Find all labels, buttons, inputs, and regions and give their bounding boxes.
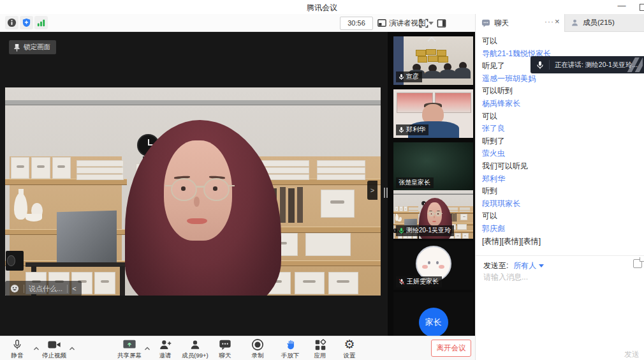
settings-button[interactable]: ⚙ 设置: [330, 338, 369, 360]
stop-video-label: 停止视频: [42, 352, 66, 360]
divider: [476, 255, 644, 256]
meeting-window: 腾讯会议 — 30:56 演讲者视图: [0, 0, 644, 360]
chat-sender: 遥感一班胡美妈: [482, 73, 638, 86]
tab-chat-label: 聊天: [494, 19, 509, 28]
raised-hand-icon: [284, 338, 296, 351]
participant-name-badge: 测绘20-1吴亚玲: [396, 225, 454, 236]
record-icon: [251, 338, 264, 351]
mic-muted-icon: [399, 278, 405, 285]
avatar: 家长: [419, 308, 448, 336]
control-bar: 静音 停止视频 共享屏幕 邀请: [0, 336, 475, 360]
send-to-value: 所有人: [513, 260, 536, 271]
thumbnail-participant[interactable]: 郑利华: [393, 89, 473, 138]
quick-reaction-bar[interactable]: 说点什么... <: [5, 281, 82, 296]
stop-video-button[interactable]: 停止视频: [34, 338, 74, 360]
apps-label: 应用: [314, 352, 326, 360]
panel-tabs: 聊天 ··· × 成员(215): [476, 14, 644, 32]
collapse-left-icon[interactable]: <: [72, 285, 76, 292]
members-icon: [571, 19, 579, 27]
thumbnail-active-speaker[interactable]: 测绘20-1吴亚玲: [393, 190, 473, 239]
mic-speaking-icon: [399, 227, 404, 234]
tab-chat[interactable]: 聊天 ··· ×: [476, 14, 564, 32]
collapse-strip-button[interactable]: [425, 34, 439, 43]
security-button[interactable]: [20, 16, 33, 29]
participant-name: 宣彦: [406, 72, 419, 81]
chat-sender: 郭庆彪: [482, 223, 638, 236]
pin-view-button[interactable]: 锁定画面: [9, 40, 56, 54]
chat-message: 可以: [482, 35, 638, 48]
send-to-selector[interactable]: 所有人: [513, 260, 544, 271]
video-options-caret[interactable]: [70, 341, 75, 353]
tab-members-label: 成员(215): [583, 18, 615, 27]
expand-panel-handle[interactable]: >: [367, 181, 377, 200]
chat-bubble-icon: [481, 19, 490, 27]
shield-icon: [22, 18, 31, 27]
chat-sender: 段琪琪家长: [482, 198, 638, 211]
send-to-label: 发送至:: [483, 260, 508, 271]
speaking-toast-text: 正在讲话: 测绘20-1吴亚玲...: [555, 61, 638, 70]
participant-name: 王妍雯家长: [407, 277, 439, 286]
apps-icon: [314, 339, 326, 351]
share-screen-icon: [122, 338, 136, 351]
mute-button[interactable]: 静音: [0, 338, 37, 360]
chat-message: 可以: [482, 110, 638, 123]
chat-message: 我们可以听见: [482, 160, 638, 173]
speaker-video: [5, 87, 381, 296]
pin-view-label: 锁定画面: [24, 43, 50, 52]
participant-name: 测绘20-1吴亚玲: [406, 226, 451, 235]
chevron-down-icon: [539, 264, 544, 267]
send-button[interactable]: 发送: [624, 349, 644, 360]
minimize-button[interactable]: —: [616, 0, 627, 13]
chat-label: 聊天: [219, 352, 231, 360]
chevron-down-icon: [428, 22, 434, 25]
side-panel-button[interactable]: [436, 18, 446, 28]
close-icon[interactable]: ×: [555, 17, 560, 26]
strip-resize-handle[interactable]: [384, 188, 388, 198]
thumbnail-participant[interactable]: 王妍雯家长: [393, 241, 473, 290]
camera-prop: [6, 251, 24, 271]
meeting-toolbar: 30:56 演讲者视图: [0, 14, 475, 32]
participant-name-badge: 张楚皇家长: [396, 177, 434, 188]
maximize-button[interactable]: [640, 4, 644, 11]
participant-name-badge: 郑利华: [396, 124, 428, 135]
lower-hand-label: 手放下: [281, 352, 300, 360]
invite-label: 邀请: [159, 352, 172, 360]
chat-input[interactable]: [482, 272, 631, 282]
app-title: 腾讯会议: [307, 3, 337, 13]
participant-name-badge: 王妍雯家长: [396, 276, 442, 287]
info-icon: [7, 18, 17, 27]
microphone-icon: [11, 338, 23, 351]
share-screen-button[interactable]: 共享屏幕: [110, 338, 149, 360]
record-label: 录制: [252, 352, 264, 360]
fullscreen-icon: [419, 19, 428, 28]
chat-message: 可以: [482, 210, 638, 223]
network-status-button[interactable]: [34, 16, 48, 29]
participant-name: 郑利华: [406, 125, 425, 134]
mute-label: 静音: [11, 352, 24, 360]
participant-thumbnail-strip: 宣彦 郑利华 张楚皇家长: [388, 32, 475, 336]
side-panel-icon: [437, 19, 446, 28]
toast-decoration: [626, 57, 643, 72]
more-options-icon[interactable]: ···: [545, 17, 554, 26]
pin-icon: [13, 43, 20, 52]
fullscreen-button[interactable]: [418, 18, 428, 28]
quick-reaction-placeholder: 说点什么...: [29, 284, 62, 294]
mic-on-icon: [399, 73, 404, 80]
mic-icon: [536, 61, 544, 70]
speaking-toast: 正在讲话: 测绘20-1吴亚玲...: [531, 56, 644, 73]
tab-members[interactable]: 成员(215): [564, 14, 644, 32]
chat-icon: [219, 339, 231, 351]
leave-meeting-button[interactable]: 离开会议: [431, 340, 471, 357]
chat-message: 听到了: [482, 135, 638, 148]
meeting-info-button[interactable]: [5, 16, 18, 29]
popout-chat-icon[interactable]: [633, 259, 642, 268]
thumbnail-participant[interactable]: 张楚皇家长: [393, 142, 473, 191]
members-icon: [189, 338, 201, 351]
thumbnail-room[interactable]: 宣彦: [393, 36, 473, 85]
meeting-timer: 30:56: [340, 17, 373, 30]
thumbnail-participant[interactable]: 家长 张子宇家长: [393, 292, 473, 336]
chat-message: 听到: [482, 185, 638, 198]
chat-sender: 杨禹锋家长: [482, 98, 638, 110]
layout-icon: [377, 19, 386, 27]
divider: [549, 60, 550, 70]
